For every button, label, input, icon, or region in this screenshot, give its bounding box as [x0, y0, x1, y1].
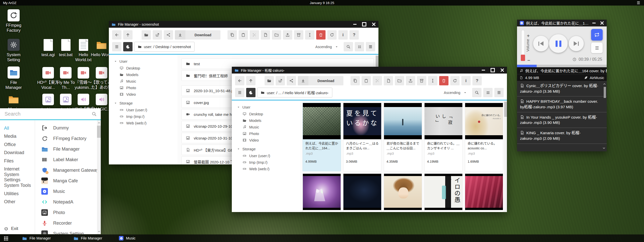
volume-slider-handle[interactable] [521, 55, 525, 61]
list-view-button[interactable] [366, 42, 375, 51]
back-button[interactable] [112, 30, 121, 40]
menu-toggle-button[interactable] [112, 42, 121, 51]
paste-button[interactable] [239, 30, 248, 40]
new-folder-button[interactable] [395, 76, 404, 85]
file-tile[interactable]: 夢と葉桜 _ 青木月 [384, 174, 422, 212]
search-button[interactable] [344, 42, 353, 51]
grid-view-button[interactable] [355, 42, 364, 51]
info-button[interactable]: i [338, 30, 348, 40]
grid-view-button[interactable] [483, 88, 493, 97]
playlist-item[interactable]: Cynic＿ポリスピカデリー cover. by 柘榴-zakuro-.mp3 … [517, 81, 607, 96]
player-title-bar[interactable]: 例えば、今此処に置かれた花に＿164 c… [517, 20, 607, 26]
delete-button[interactable] [316, 30, 326, 40]
app-item-photo[interactable]: Photo [35, 207, 101, 218]
tree-item-web-drive[interactable]: Web (web:/) [114, 120, 177, 126]
app-item-file-manager[interactable]: File Manager [35, 144, 101, 154]
taskbar-item-music[interactable]: Music [119, 234, 136, 242]
up-button[interactable] [123, 30, 133, 40]
search-button[interactable] [472, 88, 481, 97]
breadcrumb[interactable]: user: / ... / Hello World / 柘榴-zakuro- [257, 88, 332, 97]
playlist-item[interactable]: KING _ Kanaria cover. by 柘榴-zakuro-.mp3 … [517, 128, 607, 144]
progress-bar[interactable] [517, 65, 607, 67]
tree-item-video[interactable]: Video [114, 91, 177, 97]
delete-button[interactable] [439, 76, 448, 85]
category-all[interactable]: All [4, 124, 35, 132]
dark-mode-button[interactable] [123, 42, 133, 51]
minimize-button[interactable] [353, 24, 357, 25]
pause-button[interactable] [549, 34, 568, 53]
app-launcher-icon[interactable] [4, 236, 8, 240]
search-input[interactable] [4, 111, 89, 117]
app-item-manga-cafe[interactable]: Manga Cafe [35, 176, 101, 186]
breadcrumb[interactable]: user: / Desktop / screenshot [134, 42, 195, 52]
up-button[interactable] [246, 76, 255, 85]
tree-item-music[interactable]: Music [237, 124, 300, 130]
tree-item-photo[interactable]: Photo [114, 84, 177, 91]
playlist-item[interactable]: In Your Hands _ yusukeP cover. by 柘榴-zak… [517, 112, 607, 128]
archive-button[interactable] [417, 76, 426, 85]
rename-button[interactable] [428, 76, 437, 85]
tree-item-video[interactable]: Video [237, 137, 300, 143]
taskbar-item-file-manager-1[interactable]: File Manager [22, 234, 51, 242]
close-button[interactable] [500, 68, 504, 72]
previous-track-button[interactable] [533, 36, 549, 51]
download-button[interactable]: Download [175, 30, 220, 40]
file-tile[interactable]: 君が夜の海に還るまで＿こんにちは谷田... .mp3 4.35MB [384, 103, 422, 171]
back-button[interactable] [235, 76, 244, 85]
app-item-notepada[interactable]: NotepadA [35, 197, 101, 207]
sort-dropdown[interactable]: Ascending [440, 88, 470, 97]
category-files[interactable]: Files [4, 157, 35, 165]
file-tile[interactable]: 四季折々に揺蕩い [303, 174, 341, 212]
sort-dropdown[interactable]: Ascending [312, 42, 342, 51]
window2-title-bar[interactable]: File Manager - 柘榴-zakuro- [232, 67, 507, 74]
scrollbar-thumb[interactable] [504, 102, 507, 117]
rename-button[interactable] [305, 30, 314, 40]
category-download[interactable]: Download [4, 149, 35, 157]
file-tile[interactable]: 夏を見て いるかな 八月のレイニー＿はるまきごはん co... .mp3 3.0… [343, 103, 381, 171]
playlist-scrollbar-thumb[interactable] [604, 87, 606, 98]
next-track-button[interactable] [569, 36, 584, 51]
scrollbar-thumb[interactable] [97, 126, 101, 138]
new-file-button[interactable] [261, 30, 270, 40]
tree-item-photo[interactable]: Photo [237, 130, 300, 137]
cut-button[interactable] [373, 76, 382, 85]
refresh-button[interactable] [327, 30, 337, 40]
file-tile[interactable]: 「寂しい」 命に嫌われている。＿カンザキイオリ ... .mp3 4.19MB [424, 103, 463, 171]
tree-section-user[interactable]: User [237, 104, 300, 111]
app-item-ffmpeg-factory[interactable]: FFmpeg Factory [35, 133, 101, 144]
app-item-music[interactable]: Music [35, 186, 101, 197]
app-item-dummy[interactable]: Dummy [35, 123, 101, 133]
paste-button[interactable] [362, 76, 371, 85]
window1-title-bar[interactable]: File Manager - screenshot [109, 21, 378, 28]
share-button[interactable] [287, 76, 296, 85]
playlist-item[interactable]: HAPPY BIRTHDAY＿back number cover. by柘榴-z… [517, 96, 607, 112]
new-file-button[interactable] [384, 76, 393, 85]
tree-item-web-drive[interactable]: Web (web:/) [237, 165, 300, 172]
desktop-icon-file-manager[interactable]: File Manager [2, 65, 26, 90]
desktop-icon-system-setting[interactable]: System Setting [2, 38, 26, 62]
category-system-settings[interactable]: System Settings [4, 173, 35, 182]
dark-mode-button[interactable] [246, 88, 255, 97]
list-view-button[interactable] [494, 88, 504, 97]
search-icon[interactable] [91, 111, 97, 117]
refresh-button[interactable] [450, 76, 460, 85]
copy-button[interactable] [350, 76, 360, 85]
download-button[interactable]: Download [298, 76, 343, 85]
app-item-recorder[interactable]: Recorder [35, 218, 101, 228]
window2-scrollbar[interactable] [504, 100, 507, 212]
file-tile[interactable]: 命に嫌われている。- Acoustic c 命に嫌われている。acoustic … [465, 103, 503, 171]
playlist-scroll-down-icon[interactable] [602, 146, 606, 150]
playlist-scroll-up-icon[interactable] [603, 82, 606, 86]
exit-button[interactable]: Exit [4, 226, 18, 231]
scroll-up-icon[interactable] [98, 121, 101, 124]
taskbar-item-file-manager-2[interactable]: File Manager [74, 234, 102, 242]
new-folder-button[interactable] [272, 30, 281, 40]
open-button[interactable] [265, 76, 274, 85]
tree-item-tmp-drive[interactable]: tmp (tmp:/) [237, 159, 300, 165]
copy-button[interactable] [228, 30, 237, 40]
menu-scrollbar[interactable] [97, 120, 101, 234]
tree-item-models[interactable]: Models [237, 117, 300, 124]
tree-item-user-drive[interactable]: User (user:/) [237, 152, 300, 159]
upload-button[interactable] [283, 30, 292, 40]
open-in-new-button[interactable] [153, 30, 162, 40]
